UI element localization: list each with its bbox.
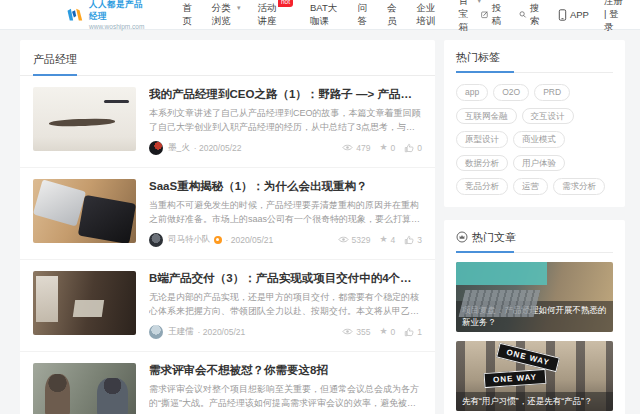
main-nav: 首页 分类浏览▾ 活动讲座hot BAT大咖课 问答 会员 企业培训 百宝箱▾ [182, 0, 481, 34]
views-count: 479 [342, 143, 370, 153]
nav-membership[interactable]: 会员 [387, 2, 400, 28]
views-count: 5329 [338, 235, 371, 245]
site-url: www.woshipm.com [89, 23, 148, 30]
author-badge-icon [214, 236, 222, 244]
chevron-down-icon: ▾ [237, 2, 241, 13]
star-icon: ★ [379, 327, 387, 336]
phone-icon [558, 9, 567, 21]
hot-articles-icon [456, 231, 468, 243]
likes-count: 1 [404, 327, 422, 337]
article-meta: 墨_火 2020/05/22 479 ★0 0 [149, 135, 422, 155]
article-thumbnail[interactable] [33, 87, 136, 151]
article-title[interactable]: SaaS重构揭秘（1）：为什么会出现重构？ [149, 179, 422, 194]
hot-article-card[interactable]: 项目复盘：产品经理如何开展不熟悉的新业务？ [456, 262, 613, 332]
page-title: 产品经理 [33, 52, 77, 76]
article-meta: 志齐 2020/05/21 5790 ★33 12 [149, 411, 422, 414]
app-download-button[interactable]: APP [558, 9, 589, 21]
nav-qa[interactable]: 问答 [357, 2, 370, 28]
chevron-down-icon: ▾ [477, 0, 481, 6]
one-way-sign: ONE WAY [496, 343, 560, 373]
stars-count: ★4 [379, 235, 395, 245]
article-excerpt: 需求评审会议对整个项目想影响至关重要，但通常会议总会成为各方的“撕逼”大战。产品… [149, 383, 422, 411]
avatar[interactable] [149, 233, 163, 247]
article-meta: 王建儒 2020/05/21 355 ★0 1 [149, 319, 422, 339]
likes-count: 0 [404, 143, 422, 153]
divider [456, 252, 613, 253]
tag-operations[interactable]: 运营 [513, 178, 548, 195]
article-row: SaaS重构揭秘（1）：为什么会出现重构？ 当重构不可避免发生的时候，产品经理要… [20, 168, 435, 260]
hot-tags-panel: 热门标签 app O2O PRD 互联网金融 交互设计 原型设计 商业模式 数据… [444, 40, 625, 207]
tag-business-model[interactable]: 商业模式 [513, 131, 565, 148]
tag-prd[interactable]: PRD [534, 84, 570, 101]
tag-app[interactable]: app [456, 84, 488, 101]
nav-toolbox[interactable]: 百宝箱▾ [459, 0, 481, 34]
nav-events[interactable]: 活动讲座hot [257, 2, 293, 28]
views-count: 355 [342, 327, 370, 337]
article-row: 我的产品经理到CEO之路（1）：野路子 —> 产品经理 本系列文章讲述了自己从产… [20, 76, 435, 168]
tag-prototype-design[interactable]: 原型设计 [456, 131, 508, 148]
section-header: 产品经理 [20, 40, 435, 76]
site-logo[interactable]: 人人都是产品经理 www.woshipm.com [66, 0, 148, 30]
tag-user-experience[interactable]: 用户体验 [513, 155, 565, 172]
tag-data-analysis[interactable]: 数据分析 [456, 155, 508, 172]
nav-categories[interactable]: 分类浏览▾ [212, 2, 241, 28]
eye-icon [338, 235, 349, 244]
top-header: 人人都是产品经理 www.woshipm.com 首页 分类浏览▾ 活动讲座ho… [0, 0, 640, 30]
article-thumbnail[interactable] [33, 271, 136, 335]
logo-m-icon [66, 5, 84, 24]
eye-icon [342, 327, 353, 336]
search-button[interactable]: 搜索 [519, 2, 543, 28]
nav-corporate-training[interactable]: 企业培训 [417, 2, 442, 28]
hot-tags-title: 热门标签 [456, 50, 500, 65]
author-name[interactable]: 墨_火 [168, 142, 190, 154]
publish-date: 2020/05/22 [194, 143, 242, 153]
search-icon [519, 9, 527, 20]
publish-date: 2020/05/21 [198, 327, 246, 337]
thumbs-up-icon [404, 235, 414, 245]
tag-interaction-design[interactable]: 交互设计 [522, 108, 574, 125]
eye-icon [342, 143, 353, 152]
article-excerpt: 无论是内部的产品实现，还是甲方的项目交付，都需要有个稳定的核心体系来把握方向、带… [149, 291, 422, 319]
login-register-link[interactable]: 注册 | 登录 [604, 0, 624, 34]
article-excerpt: 当重构不可避免发生的时候，产品经理要弄清楚重构的原因并在重构之前做好准备。市场上… [149, 199, 422, 227]
one-way-sign: ONE WAY [484, 369, 547, 388]
author-name[interactable]: 王建儒 [168, 326, 194, 338]
submit-post-button[interactable]: 投稿 [481, 2, 505, 28]
thumbs-up-icon [404, 327, 414, 337]
article-thumbnail[interactable] [33, 179, 136, 243]
hot-articles-title: 热门文章 [472, 230, 516, 245]
hot-articles-panel: 热门文章 项目复盘：产品经理如何开展不熟悉的新业务？ ONE WAY ONE W… [444, 220, 625, 414]
article-title[interactable]: 我的产品经理到CEO之路（1）：野路子 —> 产品经理 [149, 87, 422, 102]
publish-date: 2020/05/21 [226, 235, 274, 245]
tag-internet-finance[interactable]: 互联网金融 [456, 108, 517, 125]
article-thumbnail[interactable] [33, 363, 136, 414]
article-title[interactable]: B端产品交付（3）：产品实现或项目交付中的4个灵魂铁三角 [149, 271, 422, 286]
author-name[interactable]: 司马特小队 [168, 234, 211, 246]
tag-cloud: app O2O PRD 互联网金融 交互设计 原型设计 商业模式 数据分析 用户… [456, 73, 613, 195]
avatar[interactable] [149, 325, 163, 339]
article-row: B端产品交付（3）：产品实现或项目交付中的4个灵魂铁三角 无论是内部的产品实现，… [20, 260, 435, 352]
hot-article-card[interactable]: ONE WAY ONE WAY 先有“用户习惯”，还是先有“产品”？ [456, 341, 613, 411]
article-title[interactable]: 需求评审会不想被怼？你需要这8招 [149, 363, 422, 378]
article-excerpt: 本系列文章讲述了自己从产品经理到CEO的故事，本篇文章着重回顾了自己大学创业到入… [149, 107, 422, 135]
sidebar: 热门标签 app O2O PRD 互联网金融 交互设计 原型设计 商业模式 数据… [444, 40, 625, 414]
nav-bat-course[interactable]: BAT大咖课 [310, 2, 340, 28]
star-icon: ★ [379, 235, 387, 244]
stars-count: ★0 [379, 143, 395, 153]
article-meta: 司马特小队 2020/05/21 5329 ★4 3 [149, 227, 422, 247]
avatar[interactable] [149, 141, 163, 155]
hot-article-caption: 先有“用户习惯”，还是先有“产品”？ [456, 392, 613, 410]
nav-home[interactable]: 首页 [182, 2, 195, 28]
tag-requirement-analysis[interactable]: 需求分析 [553, 178, 605, 195]
header-actions: 投稿 搜索 APP 注册 | 登录 [481, 0, 624, 34]
divider [456, 72, 613, 73]
site-title: 人人都是产品经理 [89, 0, 148, 23]
tag-competitor-analysis[interactable]: 竞品分析 [456, 178, 508, 195]
thumbs-up-icon [404, 143, 414, 153]
tag-o2o[interactable]: O2O [493, 84, 529, 101]
star-icon: ★ [379, 143, 387, 152]
hot-article-caption: 项目复盘：产品经理如何开展不熟悉的新业务？ [456, 301, 613, 332]
article-list-panel: 产品经理 我的产品经理到CEO之路（1）：野路子 —> 产品经理 本系列文章讲述… [20, 40, 435, 414]
stars-count: ★0 [379, 327, 395, 337]
hot-badge: hot [278, 0, 293, 7]
